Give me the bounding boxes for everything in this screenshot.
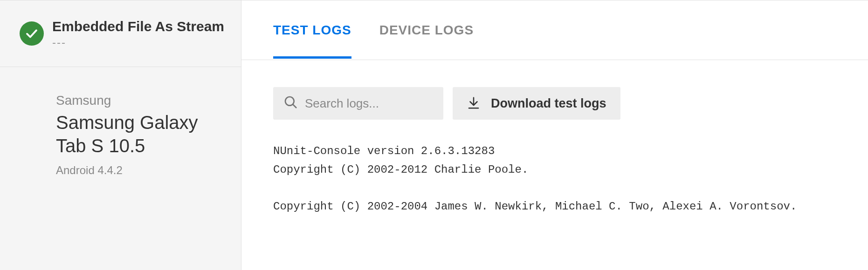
device-os: Android 4.4.2: [56, 164, 222, 177]
tab-content: Download test logs NUnit-Console version…: [241, 60, 868, 216]
download-label: Download test logs: [491, 96, 606, 111]
device-block: Samsung Samsung Galaxy Tab S 10.5 Androi…: [0, 67, 241, 196]
sidebar: Embedded File As Stream --- Samsung Sams…: [0, 0, 241, 270]
device-manufacturer: Samsung: [56, 93, 222, 108]
test-subtitle: ---: [52, 36, 224, 49]
tabs: TEST LOGS DEVICE LOGS: [241, 0, 868, 60]
test-header: Embedded File As Stream ---: [0, 0, 241, 67]
download-icon: [467, 96, 481, 111]
search-icon: [283, 95, 298, 112]
svg-line-1: [293, 104, 296, 108]
controls-row: Download test logs: [273, 87, 836, 120]
tab-device-logs[interactable]: DEVICE LOGS: [379, 23, 474, 60]
search-input[interactable]: [305, 96, 433, 111]
test-title: Embedded File As Stream: [52, 18, 224, 35]
main-panel: TEST LOGS DEVICE LOGS: [241, 0, 868, 270]
download-button[interactable]: Download test logs: [453, 87, 620, 120]
log-output: NUnit-Console version 2.6.3.13283 Copyri…: [273, 142, 836, 216]
search-box[interactable]: [273, 87, 443, 120]
svg-point-0: [285, 97, 294, 106]
status-passed-icon: [20, 21, 44, 46]
tab-test-logs[interactable]: TEST LOGS: [273, 23, 351, 60]
device-name: Samsung Galaxy Tab S 10.5: [56, 111, 222, 157]
